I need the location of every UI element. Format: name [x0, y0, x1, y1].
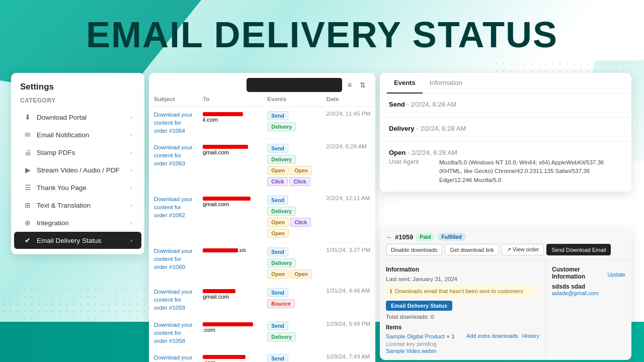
sidebar-item-download-portal[interactable]: ⬇ Download Portal › [14, 109, 141, 126]
date-cell: 2/2/24, 12:11 AM [321, 191, 375, 243]
event-tag-open: Open [267, 218, 289, 227]
event-tag-send: Send [267, 321, 288, 330]
product-link[interactable]: Sample Digital Product [386, 333, 445, 339]
history-link[interactable]: History [522, 333, 539, 339]
date-cell: 1/31/24, 4:46 AM [321, 284, 375, 316]
email-suffix: il.com [203, 117, 218, 123]
last-sent-row: Last sent: January 31, 2024 [386, 276, 539, 282]
event-header: Delivery - 2/2/24, 6:28 AM [389, 125, 622, 132]
event-detail-value: Mozilla/5.0 (Windows NT 10.0; Win64; x64… [439, 158, 622, 185]
license-key-row: License key pending [386, 341, 539, 347]
event-tag-click: Click [289, 177, 310, 186]
event-tag-delivery: Delivery [267, 332, 296, 341]
total-downloads: Total downloads: 0 [386, 314, 539, 320]
menu-icon-stamp-pdfs: 🖨 [23, 148, 32, 156]
tab-events[interactable]: Events [387, 73, 423, 94]
menu-icon-email-delivery-status: ✔ [23, 236, 32, 244]
table-row[interactable]: Download your content for order #1057.co… [149, 349, 375, 362]
table-row[interactable]: Download your content for order #1058.co… [149, 316, 375, 349]
event-item: Open - 2/2/24, 6:28 AM User Agent Mozill… [380, 142, 631, 192]
event-tag-delivery: Delivery [267, 258, 296, 267]
chevron-icon-stream-video: › [130, 167, 132, 173]
email-subject-link[interactable]: Download your content for order #1064 [154, 112, 193, 134]
get-download-link-button[interactable]: Get download link [445, 244, 499, 255]
event-tags: SendDelivery [267, 111, 316, 132]
menu-icon-email-notification: ✉ [23, 131, 32, 139]
email-suffix: .com [203, 359, 215, 362]
items-title: Items [386, 324, 539, 331]
sidebar-item-text-translation[interactable]: ⊞ Text & Translation › [14, 197, 141, 214]
event-tag-click: Click [290, 218, 311, 227]
sidebar-item-email-notification[interactable]: ✉ Email Notification › [14, 126, 141, 143]
events-tabs: Events Information [380, 73, 631, 94]
settings-panel: Settings Category ⬇ Download Portal › ✉ … [11, 73, 144, 254]
chevron-icon-integration: › [130, 220, 132, 226]
table-row[interactable]: Download your content for order #1060.us… [149, 243, 375, 284]
date-cell: 2/2/24, 6:28 AM [321, 139, 375, 191]
sort-icon[interactable]: ⇅ [357, 79, 368, 91]
filter-icon[interactable]: ≡ [345, 79, 354, 91]
tab-information[interactable]: Information [423, 73, 469, 94]
event-header: Open - 2/2/24, 6:28 AM [389, 149, 622, 156]
menu-icon-download-portal: ⬇ [23, 113, 32, 121]
event-tag-open: Open [267, 269, 289, 279]
event-header: Send - 2/2/24, 6:28 AM [389, 101, 622, 108]
email-subject-link[interactable]: Download your content for order #1062 [154, 196, 193, 218]
email-subject-link[interactable]: Download your content for order #1058 [154, 322, 193, 344]
event-tag-send: Send [267, 354, 288, 362]
email-subject-link[interactable]: Download your content for order #1059 [154, 289, 193, 311]
sidebar-item-thank-you-page[interactable]: ☰ Thank You Page › [14, 179, 141, 196]
event-tags: SendBounce [267, 288, 316, 309]
order-nav: ← #1059 Paid Fulfilled [386, 233, 466, 241]
menu-label-thank-you-page: Thank You Page [37, 184, 87, 192]
event-tag-delivery: Delivery [267, 207, 296, 216]
add-extra-link[interactable]: Add extra downloads [466, 333, 518, 339]
send-download-email-button[interactable]: Send Download Email [546, 244, 611, 255]
view-order-button[interactable]: ↗ View order [502, 244, 544, 255]
date-cell: 1/29/24, 5:48 PM [321, 316, 375, 349]
search-bar-black[interactable] [247, 78, 342, 92]
fulfilled-badge: Fulfilled [437, 233, 465, 241]
event-tags: SendDeliveryOpenClickOpen [267, 353, 316, 362]
events-list: Send - 2/2/24, 6:28 AM Delivery - 2/2/24… [380, 94, 631, 192]
event-type: Send [389, 101, 405, 108]
customer-section-title: Customer Information [552, 266, 608, 280]
event-tag-send: Send [267, 247, 288, 256]
menu-icon-thank-you-page: ☰ [23, 184, 32, 192]
redacted-email [203, 197, 251, 201]
table-row[interactable]: Download your content for order #1062gma… [149, 191, 375, 243]
event-tag-delivery: Delivery [267, 155, 296, 164]
event-tag-delivery: Delivery [267, 122, 296, 131]
email-subject-link[interactable]: Download your content for order #1063 [154, 144, 193, 166]
product-qty: × 1 [446, 333, 454, 339]
sidebar-item-stamp-pdfs[interactable]: 🖨 Stamp PDFs › [14, 144, 141, 161]
chevron-icon-text-translation: › [130, 202, 132, 208]
back-button[interactable]: ← [386, 233, 392, 241]
sidebar-item-stream-video[interactable]: ▶ Stream Video / Audio / PDF › [14, 161, 141, 178]
info-section-title: Information [386, 266, 539, 273]
update-link[interactable]: Update [608, 272, 625, 278]
event-tag-open: Open [290, 166, 312, 175]
event-type: Open [389, 149, 406, 156]
product-file[interactable]: Sample Video.webm [386, 348, 539, 354]
sidebar-item-integration[interactable]: ⊕ Integration › [14, 214, 141, 231]
email-suffix: .com [203, 327, 215, 333]
email-subject-link[interactable]: Download your content for order #1057 [154, 354, 193, 362]
table-row[interactable]: Download your content for order #1064il.… [149, 107, 375, 139]
settings-menu: ⬇ Download Portal › ✉ Email Notification… [11, 109, 144, 249]
date-cell: 1/31/24, 3:27 PM [321, 243, 375, 284]
table-row[interactable]: Download your content for order #1063gma… [149, 139, 375, 191]
redacted-email [203, 289, 235, 293]
event-tags: SendDeliveryOpenOpen [267, 247, 316, 279]
email-suffix: .us [238, 247, 246, 253]
sidebar-item-email-delivery-status[interactable]: ✔ Email Delivery Status › [14, 232, 141, 249]
table-row[interactable]: Download your content for order #1059gma… [149, 284, 375, 316]
email-subject-link[interactable]: Download your content for order #1060 [154, 248, 193, 270]
disable-downloads-button[interactable]: Disable downloads [386, 244, 442, 255]
menu-label-integration: Integration [37, 219, 69, 227]
alert-row: ℹ Downloads email that hasn't been sent … [386, 285, 539, 298]
order-left: Information Last sent: January 31, 2024 … [380, 260, 546, 360]
email-delivery-status-button[interactable]: Email Delivery Status [386, 301, 452, 311]
order-right: Customer Information Update sdsds sdad a… [546, 260, 631, 360]
event-tag-send: Send [267, 288, 288, 297]
